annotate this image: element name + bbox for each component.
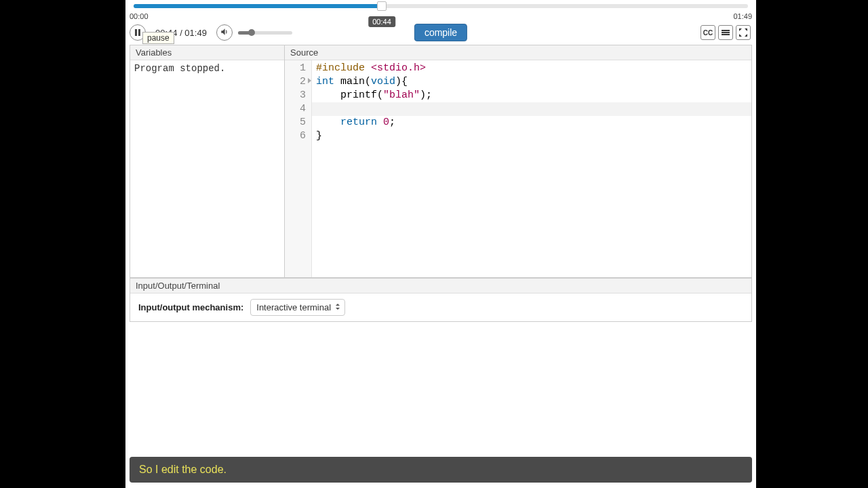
variables-status: Program stopped. <box>130 60 284 77</box>
compile-button[interactable]: compile <box>414 24 467 41</box>
code-line[interactable]: int main(void){ <box>316 75 751 89</box>
caption-text: So I edit the code. <box>130 457 752 483</box>
source-pane: Source 123456 #include <stdio.h>int main… <box>285 45 751 277</box>
variables-pane: Variables Program stopped. <box>130 45 285 277</box>
volume-button[interactable] <box>216 24 233 41</box>
code-line[interactable]: #include <stdio.h> <box>316 62 751 75</box>
pause-icon <box>135 29 140 36</box>
time-start: 00:00 <box>130 12 149 20</box>
source-header: Source <box>285 45 751 60</box>
code-line[interactable]: return 0; <box>316 116 751 129</box>
code-line[interactable]: } <box>316 129 751 143</box>
io-mechanism-label: Input/output mechanism: <box>138 302 243 312</box>
io-header: Input/Output/Terminal <box>130 278 751 293</box>
fullscreen-icon <box>739 28 747 37</box>
cc-button[interactable]: CC <box>701 25 715 40</box>
pause-tooltip: pause <box>142 32 174 44</box>
code-line[interactable]: printf("blah"); <box>316 89 751 102</box>
menu-icon <box>722 29 730 36</box>
menu-button[interactable] <box>718 25 733 40</box>
io-panel: Input/Output/Terminal Input/output mecha… <box>130 278 752 322</box>
speaker-icon <box>220 27 229 39</box>
pause-button[interactable]: pause <box>130 24 146 41</box>
progress-bar[interactable]: 00:44 <box>125 0 756 11</box>
code-editor[interactable]: 123456 #include <stdio.h>int main(void){… <box>285 60 751 277</box>
fullscreen-button[interactable] <box>736 25 751 40</box>
variables-header: Variables <box>130 45 284 60</box>
time-end: 01:49 <box>733 12 752 20</box>
volume-slider[interactable] <box>238 31 292 35</box>
io-mechanism-select[interactable]: Interactive terminal <box>250 299 345 316</box>
